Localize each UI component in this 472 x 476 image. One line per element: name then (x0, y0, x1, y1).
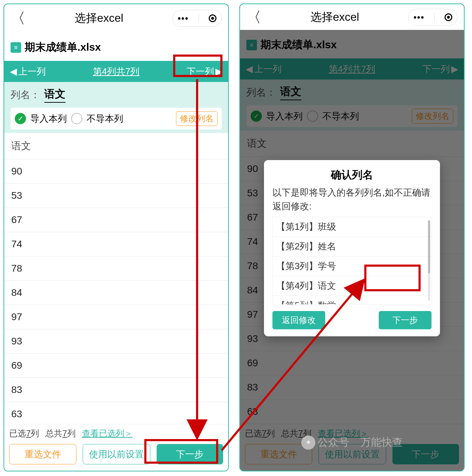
list-item: 67 (4, 208, 228, 232)
confirm-columns-dialog: 确认列名 以下是即将导入的各列列名,如不正确请返回修改: 【第1列】班级 【第2… (264, 160, 440, 336)
list-item: 78 (4, 256, 228, 281)
chevron-left-icon: ◀ (10, 66, 17, 77)
list-item: 83 (4, 378, 228, 402)
dialog-description: 以下是即将导入的各列列名,如不正确请返回修改: (272, 186, 432, 213)
back-icon[interactable]: 〈 (11, 8, 25, 28)
watermark: ✦ 公众号 万能快查 (301, 435, 403, 450)
list-item: 53 (4, 184, 228, 208)
more-icon[interactable]: ••• (414, 12, 424, 22)
list-item: 74 (4, 232, 228, 256)
column-position[interactable]: 第4列共7列 (93, 65, 140, 78)
list-item: 63 (4, 402, 228, 424)
dialog-list-item: 【第1列】班级 (273, 217, 431, 237)
phone-right: 〈 选择excel ••• ≡ 期末成绩单.xlsx ◀ 上一列 第4列共7列 … (239, 4, 465, 471)
column-data-list: 语文 90 53 67 74 78 84 97 93 69 83 63 (4, 133, 228, 424)
dialog-next-button[interactable]: 下一步 (379, 311, 432, 329)
miniapp-capsule[interactable]: ••• (172, 10, 222, 27)
radio-import-yes[interactable]: ✓ (15, 113, 26, 124)
excel-file-icon: ≡ (11, 42, 21, 53)
import-yes-label: 导入本列 (30, 113, 67, 125)
dialog-column-list: 【第1列】班级 【第2列】姓名 【第3列】学号 【第4列】语文 【第5列】数学 (272, 217, 432, 305)
reselect-file-button[interactable]: 重选文件 (9, 444, 76, 464)
import-no-label: 不导本列 (87, 113, 123, 125)
list-item: 84 (4, 281, 228, 305)
dialog-list-item: 【第2列】姓名 (273, 237, 431, 256)
column-name-label: 列名： (11, 88, 40, 102)
column-name-value: 语文 (44, 87, 65, 103)
page-title: 选择excel (261, 9, 408, 25)
back-icon[interactable]: 〈 (246, 7, 261, 27)
miniapp-capsule[interactable]: ••• (408, 9, 458, 26)
import-options: ✓ 导入本列 不导本列 修改列名 (11, 108, 222, 129)
prev-column-button[interactable]: ◀ 上一列 (7, 65, 49, 78)
list-header: 语文 (4, 133, 228, 159)
list-item: 69 (4, 354, 228, 378)
file-name: 期末成绩单.xlsx (25, 40, 101, 55)
dialog-back-button[interactable]: 返回修改 (272, 311, 325, 329)
rename-column-button[interactable]: 修改列名 (176, 111, 218, 126)
list-item: 90 (4, 159, 228, 184)
highlight-next-step-left (144, 439, 218, 464)
dialog-list-item: 【第5列】数学 (273, 296, 431, 305)
view-selected-link[interactable]: 查看已选列＞ (82, 428, 133, 439)
page-title: 选择excel (25, 11, 172, 26)
close-miniapp-icon[interactable] (209, 14, 216, 22)
more-icon[interactable]: ••• (178, 13, 189, 23)
selection-status: 已选7列 总共7列 查看已选列＞ (9, 428, 223, 439)
list-item: 93 (4, 329, 228, 354)
close-miniapp-icon[interactable] (445, 13, 452, 21)
title-bar: 〈 选择excel ••• (4, 4, 228, 32)
highlight-next-column (173, 55, 222, 77)
use-previous-settings-button[interactable]: 使用以前设置 (83, 444, 150, 464)
wechat-icon: ✦ (301, 436, 315, 450)
column-info: 列名： 语文 ✓ 导入本列 不导本列 修改列名 (4, 82, 228, 133)
radio-import-no[interactable] (71, 113, 82, 124)
dialog-title: 确认列名 (272, 168, 432, 182)
list-item: 97 (4, 305, 228, 329)
title-bar: 〈 选择excel ••• (240, 4, 464, 30)
scrollbar-icon (428, 220, 430, 301)
highlight-next-step-dialog (364, 265, 421, 291)
